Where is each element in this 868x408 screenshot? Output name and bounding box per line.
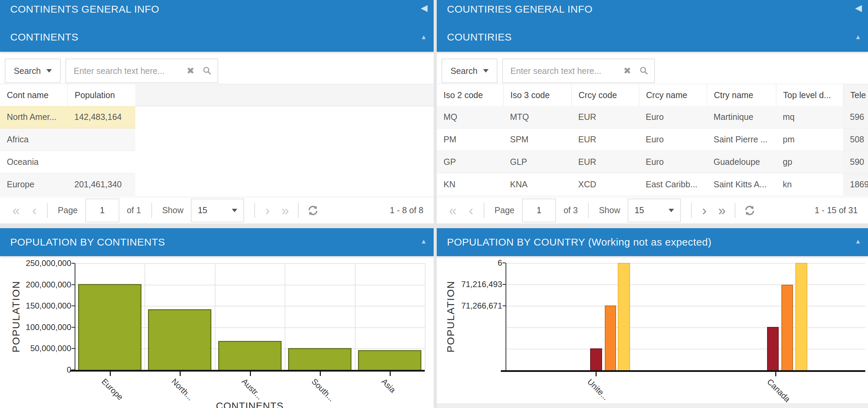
search-dropdown-button[interactable]: Search xyxy=(5,59,61,83)
x-category-label: Canada xyxy=(765,377,792,404)
table-cell: XCD xyxy=(571,173,639,195)
table-cell: 142,483,164 xyxy=(68,106,135,128)
table-cell: EUR xyxy=(571,128,639,151)
table-cell: Guadeloupe xyxy=(707,151,776,173)
chart-bar xyxy=(148,309,211,370)
column-header[interactable]: Tele xyxy=(843,84,868,106)
page-size-select[interactable]: 15 xyxy=(628,199,681,222)
collapse-up-icon[interactable]: ▲ xyxy=(855,238,861,245)
collapse-up-icon[interactable]: ▲ xyxy=(855,33,861,41)
chart-bar xyxy=(590,348,602,370)
x-category-label: North... xyxy=(169,377,195,402)
page-number-input[interactable]: 1 xyxy=(522,199,556,222)
search-input[interactable]: Enter search text here... ✖ xyxy=(502,59,655,83)
gridline xyxy=(506,263,865,264)
y-tick-mark xyxy=(503,263,506,263)
collapse-up-icon[interactable]: ▲ xyxy=(420,33,427,41)
prev-page-icon[interactable]: ‹ xyxy=(469,204,473,217)
collapse-left-icon[interactable]: ◀ xyxy=(421,3,428,13)
column-header[interactable]: Iso 2 code xyxy=(437,84,503,106)
continents-table-body: North Amer...142,483,164AfricaOceaniaEur… xyxy=(0,106,135,196)
table-cell: 201,461,340 xyxy=(68,173,135,195)
column-header[interactable]: Crcy code xyxy=(571,84,639,106)
page-label: Page xyxy=(495,205,514,215)
continents-chart: 250,000,000200,000,000150,000,000100,000… xyxy=(0,256,434,408)
table-cell: North Amer... xyxy=(0,106,68,128)
next-page-icon[interactable]: › xyxy=(265,204,270,217)
countries-table-header: Iso 2 codeIso 3 codeCrcy codeCrcy nameCt… xyxy=(437,84,868,106)
column-header[interactable]: Iso 3 code xyxy=(503,84,571,106)
y-axis-line xyxy=(75,263,75,370)
table-cell: kn xyxy=(776,173,843,195)
refresh-icon[interactable] xyxy=(308,205,318,216)
table-row[interactable]: MQMTQEUREuroMartiniquemq596 xyxy=(437,106,868,128)
page-size-value: 15 xyxy=(198,205,207,215)
x-tick-mark xyxy=(250,372,251,376)
column-header[interactable]: Top level d... xyxy=(776,84,843,106)
group-title: COUNTIRIES GENERAL INFO xyxy=(447,3,593,15)
search-dropdown-button[interactable]: Search xyxy=(442,59,497,83)
chart-bar xyxy=(288,348,351,370)
chart-bar xyxy=(605,305,616,370)
first-page-icon[interactable]: « xyxy=(449,204,457,217)
column-header[interactable]: Cont name xyxy=(0,84,68,106)
clear-search-icon[interactable]: ✖ xyxy=(623,65,631,76)
collapse-up-icon[interactable]: ▲ xyxy=(420,238,427,245)
x-axis-line xyxy=(70,370,425,372)
gridline xyxy=(145,263,145,370)
table-cell: MTQ xyxy=(503,106,571,128)
table-row[interactable]: PMSPMEUREuroSaint Pierre ...pm508 xyxy=(437,128,868,151)
chart-bar xyxy=(795,263,807,370)
table-cell: Oceania xyxy=(0,151,68,173)
table-cell: KN xyxy=(437,173,503,195)
column-header[interactable]: Ctry name xyxy=(707,84,776,106)
table-row[interactable]: Europe201,461,340 xyxy=(0,173,135,196)
table-cell: Europe xyxy=(0,173,68,195)
search-icon[interactable] xyxy=(639,66,649,76)
y-tick-mark xyxy=(72,348,75,349)
column-header[interactable]: Crcy name xyxy=(639,84,707,106)
column-header[interactable]: Population xyxy=(68,84,135,106)
table-row[interactable]: Africa xyxy=(0,128,135,151)
table-row[interactable]: North Amer...142,483,164 xyxy=(0,106,135,128)
table-cell: 596 xyxy=(843,106,868,128)
gridline xyxy=(506,327,865,328)
clear-search-icon[interactable]: ✖ xyxy=(186,65,194,76)
table-cell: SPM xyxy=(503,128,571,151)
page-number-input[interactable]: 1 xyxy=(85,199,119,222)
table-row[interactable]: GPGLPEUREuroGuadeloupegp590 xyxy=(437,151,868,173)
search-input[interactable]: Enter search text here... ✖ xyxy=(65,59,218,83)
search-icon[interactable] xyxy=(203,66,212,76)
chart-bar xyxy=(218,341,282,370)
countries-chart: 671,216,49371,266,671Unite...CanadaPOPUL… xyxy=(437,256,868,408)
gridline xyxy=(506,349,865,349)
divider xyxy=(484,203,484,218)
chart-bar xyxy=(78,284,141,370)
y-axis-line xyxy=(506,263,506,370)
search-placeholder: Enter search text here... xyxy=(510,66,623,76)
collapse-left-icon[interactable]: ◀ xyxy=(855,3,862,13)
last-page-icon[interactable]: » xyxy=(282,204,289,217)
table-cell xyxy=(68,151,135,173)
last-page-icon[interactable]: » xyxy=(718,204,726,217)
table-row[interactable]: KNKNAXCDEast Caribb...Saint Kitts A...kn… xyxy=(437,173,868,196)
refresh-icon[interactable] xyxy=(744,205,755,216)
next-page-icon[interactable]: › xyxy=(702,204,706,217)
x-tick-mark xyxy=(320,372,321,376)
prev-page-icon[interactable]: ‹ xyxy=(32,204,36,217)
gridline xyxy=(285,263,285,370)
page-size-select[interactable]: 15 xyxy=(191,199,244,222)
countries-chart-header: POPULATION BY COUNTRY (Working not as ex… xyxy=(437,228,868,256)
horizontal-scrollbar[interactable] xyxy=(437,403,868,408)
table-row[interactable]: Oceania xyxy=(0,151,135,173)
table-cell xyxy=(68,128,135,151)
countries-panel: COUNTIRIES GENERAL INFO ◀ COUNTIRIES ▲ S… xyxy=(437,0,868,408)
search-placeholder: Enter search text here... xyxy=(74,66,186,76)
y-tick-mark xyxy=(72,284,75,285)
gridline xyxy=(506,306,865,307)
table-cell: Saint Kitts A... xyxy=(707,173,776,195)
y-tick-mark xyxy=(503,305,506,306)
y-tick-mark xyxy=(72,370,75,370)
chart-bar xyxy=(618,263,630,370)
first-page-icon[interactable]: « xyxy=(12,204,20,217)
